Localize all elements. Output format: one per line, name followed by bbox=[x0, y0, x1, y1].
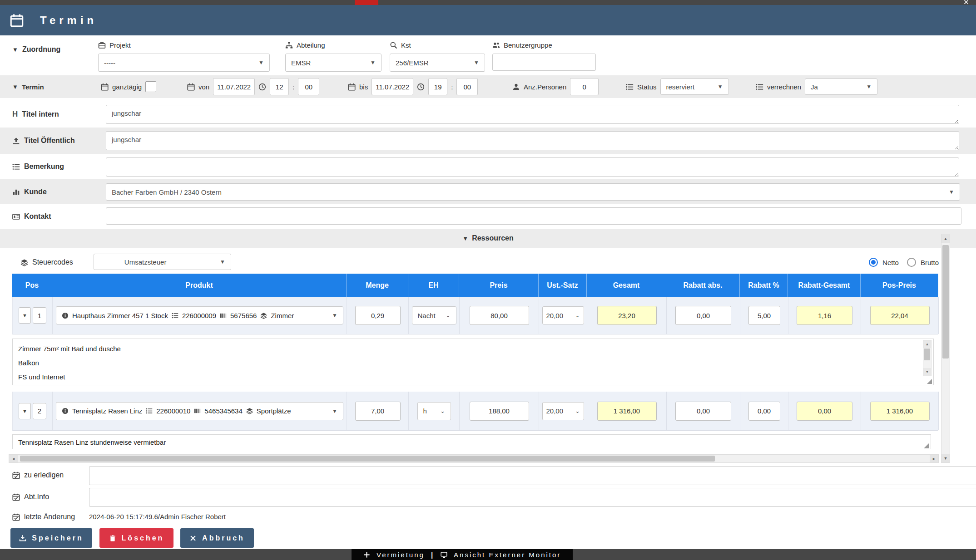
benutzergruppe-group: Benutzergruppe bbox=[492, 39, 596, 71]
horizontal-scrollbar[interactable]: ◄ ► bbox=[9, 454, 939, 463]
von-hour-input[interactable] bbox=[270, 78, 289, 95]
preis-input[interactable] bbox=[470, 306, 529, 325]
steuercodes-select[interactable]: Umsatzsteuer ▼ bbox=[94, 254, 231, 270]
bis-minute-input[interactable] bbox=[456, 78, 478, 95]
loeschen-label: Löschen bbox=[122, 534, 164, 542]
calendar-icon bbox=[10, 14, 24, 27]
rabatt-pct-input[interactable] bbox=[748, 402, 780, 421]
clock-icon bbox=[258, 83, 266, 91]
resize-grip-icon[interactable] bbox=[924, 443, 929, 448]
anz-personen-input[interactable] bbox=[570, 78, 599, 95]
zuordnung-section-toggle[interactable]: ▼ Zuordnung bbox=[12, 45, 60, 54]
titel-oeffentlich-textarea[interactable]: jungschar bbox=[106, 131, 959, 150]
abteilung-select[interactable]: EMSR ▼ bbox=[285, 54, 381, 72]
menge-input[interactable] bbox=[355, 306, 401, 325]
monitor-label[interactable]: Ansicht Externer Monitor bbox=[454, 551, 561, 559]
gesamt-field[interactable] bbox=[597, 306, 657, 325]
abbruch-button[interactable]: Abbruch bbox=[180, 528, 254, 548]
verrechnen-select[interactable]: Ja ▼ bbox=[805, 79, 877, 95]
scroll-down-icon[interactable]: ▼ bbox=[923, 368, 931, 376]
scrollbar-thumb[interactable] bbox=[942, 245, 949, 359]
produkt-beschreibung[interactable]: Tennisplatz Rasen Linz stundenweise verm… bbox=[12, 434, 931, 449]
time-separator: : bbox=[292, 83, 294, 91]
scrollbar-thumb[interactable] bbox=[20, 456, 715, 462]
row-menu-button[interactable]: ▼ bbox=[19, 403, 31, 419]
col-header-preis: Preis bbox=[459, 274, 539, 297]
vermietung-label[interactable]: Vermietung bbox=[377, 551, 425, 559]
chevron-down-icon: ▼ bbox=[216, 259, 225, 265]
kst-group: Kst 256/EMSR ▼ bbox=[390, 39, 485, 72]
benutzergruppe-input[interactable] bbox=[492, 54, 596, 71]
produkt-select[interactable]: Tennisplatz Rasen Linz 226000010 5465345… bbox=[56, 402, 343, 420]
rabatt-pct-input[interactable] bbox=[748, 306, 780, 325]
ust-satz-select[interactable]: 20,00 ⌄ bbox=[542, 402, 584, 420]
scroll-up-icon[interactable]: ▲ bbox=[923, 340, 931, 348]
calendar-check-icon bbox=[12, 493, 20, 501]
barcode-icon bbox=[220, 312, 227, 319]
scroll-right-icon[interactable]: ► bbox=[930, 455, 938, 462]
monitor-icon bbox=[441, 551, 447, 558]
produkt-name: Haupthaus Zimmer 457 1 Stock bbox=[72, 312, 168, 319]
bis-hour-input[interactable] bbox=[428, 78, 447, 95]
netto-radio[interactable] bbox=[869, 258, 878, 267]
pos-preis-field[interactable] bbox=[870, 306, 930, 325]
bis-group: bis : bbox=[348, 75, 478, 98]
eh-select[interactable]: Nacht ⌄ bbox=[412, 306, 456, 324]
dialog-titlebar: Termin bbox=[0, 5, 976, 35]
projekt-select[interactable]: ----- ▼ bbox=[98, 54, 270, 72]
kunde-select[interactable]: Bacher Farben GmbH / 2340 Ostern ▼ bbox=[106, 183, 960, 201]
brutto-radio[interactable] bbox=[907, 258, 916, 267]
ressourcen-section-label: Ressourcen bbox=[472, 234, 514, 242]
pos-preis-field[interactable] bbox=[870, 402, 930, 421]
eh-select[interactable]: h ⌄ bbox=[417, 402, 451, 420]
rabatt-abs-input[interactable] bbox=[675, 402, 731, 421]
ressourcen-section-toggle[interactable]: ▼ Ressourcen bbox=[0, 229, 976, 248]
scrollbar-thumb[interactable] bbox=[924, 349, 930, 360]
abt-info-textarea[interactable] bbox=[89, 488, 976, 507]
users-icon bbox=[492, 41, 500, 49]
rabatt-gesamt-field[interactable] bbox=[797, 306, 852, 325]
background-window-fragment bbox=[355, 0, 378, 5]
kontakt-input[interactable] bbox=[106, 207, 961, 225]
loeschen-button[interactable]: Löschen bbox=[99, 528, 173, 548]
menge-input[interactable] bbox=[355, 402, 401, 421]
kst-select[interactable]: 256/EMSR ▼ bbox=[390, 54, 485, 72]
resize-grip-icon[interactable] bbox=[927, 379, 932, 384]
bis-date-input[interactable] bbox=[372, 78, 413, 95]
speichern-button[interactable]: Speichern bbox=[10, 528, 92, 548]
termin-dialog-page: Termin ▼ Zuordnung Projekt ----- ▼ bbox=[0, 0, 976, 560]
kontakt-label: Kontakt bbox=[24, 212, 51, 221]
status-select[interactable]: reserviert ▼ bbox=[660, 79, 729, 95]
list-icon bbox=[626, 83, 634, 91]
ust-satz-select[interactable]: 20,00 ⌄ bbox=[542, 306, 584, 324]
vertical-scrollbar[interactable]: ▲ ▼ bbox=[941, 234, 950, 463]
layers-icon bbox=[20, 259, 28, 266]
pos-input[interactable] bbox=[33, 403, 46, 419]
rabatt-abs-input[interactable] bbox=[675, 306, 731, 325]
termin-section-toggle[interactable]: ▼ Termin bbox=[12, 75, 44, 98]
scroll-down-icon[interactable]: ▼ bbox=[941, 454, 950, 462]
gesamt-field[interactable] bbox=[597, 402, 657, 421]
zu-erledigen-textarea[interactable] bbox=[89, 466, 976, 485]
rabatt-gesamt-field[interactable] bbox=[797, 402, 852, 421]
bemerkung-textarea[interactable] bbox=[106, 157, 959, 177]
pos-input[interactable] bbox=[33, 307, 46, 324]
ganztaegig-checkbox[interactable] bbox=[145, 81, 156, 92]
beschreibung-scrollbar[interactable]: ▲ ▼ bbox=[923, 340, 931, 376]
produkt-beschreibung[interactable]: Zimmer 75m² mit Bad und dusche Balkon FS… bbox=[12, 339, 934, 385]
chevron-down-icon: ▼ bbox=[945, 189, 954, 195]
produkt-select[interactable]: Haupthaus Zimmer 457 1 Stock 226000009 5… bbox=[56, 306, 343, 324]
steuercodes-row: Steuercodes Umsatzsteuer ▼ Netto Brutto bbox=[0, 251, 976, 274]
chevron-down-icon: ▼ bbox=[12, 84, 18, 90]
preis-input[interactable] bbox=[470, 402, 529, 421]
scroll-left-icon[interactable]: ◄ bbox=[9, 455, 18, 462]
von-date-input[interactable] bbox=[213, 78, 255, 95]
scroll-up-icon[interactable]: ▲ bbox=[941, 234, 950, 243]
titel-intern-textarea[interactable]: jungschar bbox=[106, 105, 959, 124]
anz-personen-label: Anz.Personen bbox=[524, 83, 566, 91]
row-menu-button[interactable]: ▼ bbox=[19, 307, 31, 324]
col-header-pos: Pos bbox=[12, 274, 52, 297]
chevron-down-icon: ▼ bbox=[470, 59, 479, 66]
von-minute-input[interactable] bbox=[298, 78, 319, 95]
abteilung-group: Abteilung EMSR ▼ bbox=[285, 39, 381, 72]
